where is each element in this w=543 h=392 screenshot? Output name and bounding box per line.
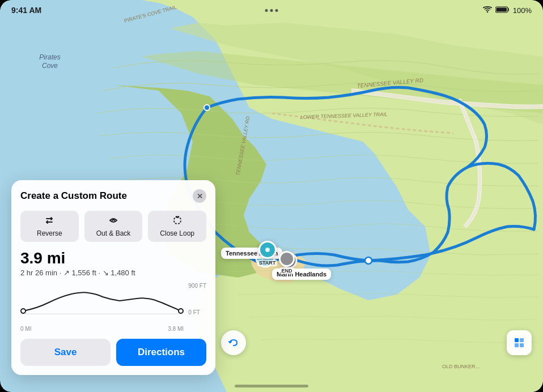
svg-point-17 (266, 249, 269, 251)
svg-text:Pirates: Pirates (39, 53, 60, 61)
svg-text:OLD BUNKER...: OLD BUNKER... (442, 364, 480, 369)
battery-percent: 100% (513, 6, 532, 15)
distance-value: 3.9 mi (20, 250, 206, 267)
svg-point-24 (179, 309, 183, 313)
status-time: 9:41 AM (11, 6, 41, 15)
wifi-icon (483, 6, 492, 15)
stats-details: 2 hr 26 min · ↗ 1,556 ft · ↘ 1,480 ft (20, 269, 206, 277)
reverse-icon (44, 215, 54, 228)
status-bar: 9:41 AM 100% (0, 0, 543, 20)
svg-point-5 (365, 257, 372, 264)
undo-button[interactable] (221, 330, 246, 355)
home-indicator (235, 385, 308, 387)
elevation-top-label: 900 FT (188, 283, 206, 289)
close-loop-label: Close Loop (160, 229, 194, 237)
svg-rect-20 (515, 343, 519, 347)
stats-section: 3.9 mi 2 hr 26 min · ↗ 1,556 ft · ↘ 1,48… (20, 250, 206, 277)
elevation-bottom-label: 0 FT (188, 309, 206, 316)
svg-point-6 (204, 105, 210, 110)
action-buttons: Reverse Out & Back Close (20, 211, 206, 242)
end-label: END (279, 267, 294, 274)
chart-x-end: 3.8 MI (168, 326, 184, 332)
status-icons: 100% (483, 6, 532, 15)
bottom-buttons: Save Directions (20, 339, 206, 366)
top-center-dots (265, 9, 278, 12)
svg-text:Cove: Cove (42, 62, 58, 70)
svg-point-23 (21, 309, 26, 313)
panel-header: Create a Custom Route ✕ (20, 189, 206, 203)
chart-x-start: 0 MI (20, 326, 31, 332)
out-back-button[interactable]: Out & Back (84, 211, 143, 242)
panel-title: Create a Custom Route (20, 190, 127, 202)
close-loop-icon (172, 215, 183, 228)
elevation-chart: 900 FT 0 FT (20, 283, 206, 322)
battery-icon (495, 6, 510, 15)
svg-rect-19 (520, 338, 524, 342)
chart-x-labels: 0 MI 3.8 MI (20, 326, 206, 332)
start-pin: START (257, 241, 277, 266)
directions-button[interactable]: Directions (116, 339, 206, 366)
out-back-label: Out & Back (96, 229, 131, 237)
layers-button[interactable] (507, 330, 532, 355)
reverse-button[interactable]: Reverse (20, 211, 79, 242)
close-button[interactable]: ✕ (193, 189, 206, 203)
svg-rect-15 (496, 7, 507, 11)
svg-rect-18 (515, 338, 519, 342)
svg-rect-21 (520, 343, 524, 347)
screen: 🌊 TENNESSEE VALLEY RD LOWER TENNESSEE VA… (0, 0, 543, 392)
route-panel: Create a Custom Route ✕ Reverse (11, 180, 215, 375)
close-loop-button[interactable]: Close Loop (148, 211, 206, 242)
start-label: START (257, 259, 277, 266)
reverse-label: Reverse (37, 229, 62, 237)
out-back-icon (108, 215, 118, 228)
end-pin: END (279, 251, 295, 274)
save-button[interactable]: Save (20, 339, 111, 366)
